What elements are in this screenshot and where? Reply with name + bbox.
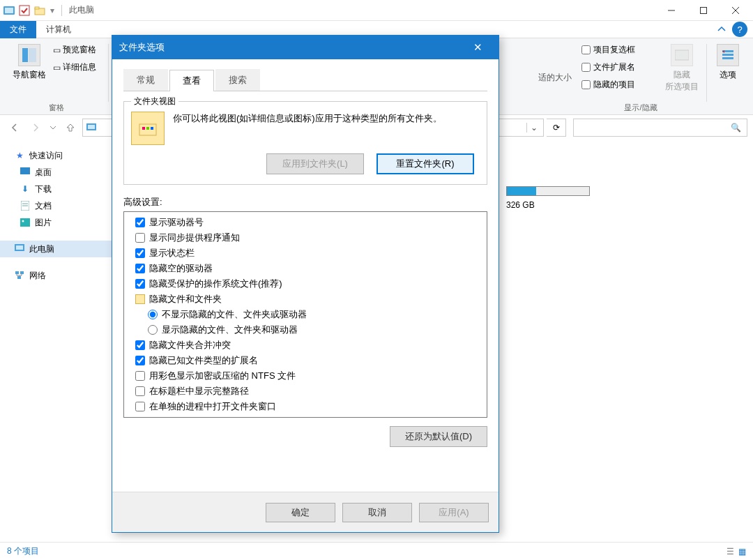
tab-file[interactable]: 文件 — [0, 21, 36, 38]
ok-button[interactable]: 确定 — [266, 503, 335, 522]
options-button[interactable]: 选项 — [713, 41, 743, 84]
pane-icon: ▭ — [53, 63, 61, 73]
advanced-setting-item[interactable]: 在列表视图中键入时 — [128, 414, 482, 418]
checkbox-input[interactable] — [135, 218, 145, 227]
svg-rect-4 — [35, 7, 39, 9]
svg-rect-17 — [20, 167, 30, 174]
documents-label: 文档 — [35, 200, 52, 212]
refresh-icon: ⟳ — [553, 123, 560, 133]
folder-small-icon[interactable] — [34, 5, 45, 16]
collapse-ribbon-button[interactable] — [711, 21, 732, 38]
details-view-icon[interactable]: ☰ — [727, 547, 734, 557]
details-pane-check[interactable]: ▭ 详细信息 — [50, 60, 99, 75]
close-button[interactable] — [720, 0, 752, 21]
tab-view[interactable]: 查看 — [169, 70, 214, 91]
checkbox-input[interactable] — [135, 386, 145, 396]
maximize-button[interactable] — [687, 0, 720, 21]
dialog-title: 文件夹选项 — [119, 41, 165, 54]
advanced-setting-item[interactable]: 显示同步提供程序通知 — [128, 230, 482, 245]
checkbox-input[interactable] — [135, 356, 145, 365]
svg-rect-30 — [146, 127, 149, 130]
status-items-count: 8 个项目 — [7, 545, 39, 557]
desktop-icon — [20, 167, 31, 178]
checkbox-input[interactable] — [135, 340, 145, 350]
advanced-setting-item[interactable]: 显示隐藏的文件、文件夹和驱动器 — [128, 322, 482, 338]
apply-to-folders-button[interactable]: 应用到文件夹(L) — [266, 153, 364, 174]
hide-selected-button[interactable]: 隐藏 所选项目 — [661, 41, 703, 96]
tab-general[interactable]: 常规 — [123, 69, 168, 91]
up-button[interactable] — [61, 119, 79, 137]
reset-folders-button[interactable]: 重置文件夹(R) — [376, 153, 474, 174]
forward-button[interactable] — [26, 119, 45, 137]
empty-group-label — [711, 105, 745, 113]
show-hide-group-label: 显示/隐藏 — [579, 103, 703, 113]
checkbox-input[interactable] — [135, 264, 145, 273]
thumbnails-view-icon[interactable]: ▦ — [738, 547, 746, 557]
minimize-button[interactable] — [655, 0, 687, 21]
folder-icon — [135, 294, 145, 304]
advanced-setting-item[interactable]: 用彩色显示加密或压缩的 NTFS 文件 — [128, 368, 482, 384]
advanced-setting-item[interactable]: 隐藏已知文件类型的扩展名 — [128, 353, 482, 368]
checkbox-input[interactable] — [135, 402, 145, 411]
advanced-setting-label: 显示隐藏的文件、文件夹和驱动器 — [162, 324, 298, 336]
advanced-setting-item[interactable]: 在标题栏中显示完整路径 — [128, 384, 482, 399]
help-button[interactable]: ? — [732, 22, 747, 37]
cancel-button[interactable]: 取消 — [342, 503, 412, 522]
hidden-items-check[interactable]: 隐藏的项目 — [579, 77, 661, 92]
advanced-setting-item[interactable]: 隐藏空的驱动器 — [128, 261, 482, 276]
advanced-settings-list[interactable]: 显示驱动器号显示同步提供程序通知显示状态栏隐藏空的驱动器隐藏受保护的操作系统文件… — [123, 211, 487, 418]
advanced-setting-label: 在单独的进程中打开文件夹窗口 — [149, 400, 276, 413]
item-checkboxes-check[interactable]: 项目复选框 — [579, 43, 661, 57]
advanced-setting-item[interactable]: 显示状态栏 — [128, 245, 482, 261]
advanced-setting-item[interactable]: 隐藏受保护的操作系统文件(推荐) — [128, 276, 482, 292]
separator-icon: ▾ — [50, 6, 54, 15]
advanced-setting-item[interactable]: 隐藏文件和文件夹 — [128, 292, 482, 307]
advanced-setting-item[interactable]: 隐藏文件夹合并冲突 — [128, 338, 482, 353]
tab-computer[interactable]: 计算机 — [36, 21, 81, 38]
drive-item[interactable]: 326 GB — [506, 186, 749, 210]
folder-views-group: 文件夹视图 你可以将此视图(如详细信息或图标)应用于这种类型的所有文件夹。 应用… — [123, 101, 487, 185]
quick-access-icon[interactable] — [19, 5, 30, 16]
advanced-setting-item[interactable]: 显示驱动器号 — [128, 215, 482, 230]
advanced-label: 高级设置: — [123, 196, 487, 209]
checkbox-input[interactable] — [135, 279, 145, 289]
svg-rect-2 — [20, 6, 29, 15]
advanced-setting-label: 显示状态栏 — [149, 247, 195, 259]
item-checkboxes-label: 项目复选框 — [593, 44, 635, 56]
radio-input[interactable] — [148, 310, 158, 319]
svg-rect-11 — [675, 50, 689, 60]
pane-icon: ▭ — [53, 45, 61, 55]
folder-views-legend: 文件夹视图 — [131, 96, 178, 107]
checkbox-input[interactable] — [135, 371, 145, 381]
fit-size-label: 适的大小 — [538, 41, 572, 114]
svg-rect-14 — [722, 57, 733, 59]
svg-rect-31 — [151, 127, 153, 130]
svg-rect-13 — [722, 54, 733, 56]
checkbox-input[interactable] — [135, 248, 145, 258]
back-button[interactable] — [6, 119, 24, 137]
address-dropdown-icon[interactable]: ⌄ — [526, 123, 540, 133]
pc-icon — [86, 122, 97, 133]
dialog-close-button[interactable]: ✕ — [464, 41, 492, 54]
checkbox-input[interactable] — [135, 233, 145, 243]
advanced-setting-item[interactable]: 在单独的进程中打开文件夹窗口 — [128, 399, 482, 414]
search-box[interactable]: 🔍 — [573, 119, 747, 137]
svg-rect-24 — [16, 245, 23, 250]
pictures-label: 图片 — [35, 217, 52, 229]
svg-rect-26 — [20, 271, 24, 274]
drive-free-label: 326 GB — [506, 200, 535, 210]
recent-dropdown[interactable] — [47, 119, 59, 137]
options-label: 选项 — [720, 69, 736, 81]
radio-input[interactable] — [148, 325, 158, 335]
file-ext-check[interactable]: 文件扩展名 — [579, 60, 661, 75]
advanced-setting-label: 用彩色显示加密或压缩的 NTFS 文件 — [149, 370, 296, 382]
tab-search[interactable]: 搜索 — [215, 69, 260, 91]
preview-pane-check[interactable]: ▭ 预览窗格 — [50, 43, 99, 57]
refresh-button[interactable]: ⟳ — [547, 119, 566, 137]
hide-selected-label2: 所选项目 — [665, 81, 699, 93]
restore-defaults-button[interactable]: 还原为默认值(D) — [390, 426, 487, 447]
nav-pane-button[interactable]: 导航窗格 — [8, 41, 50, 84]
advanced-setting-item[interactable]: 不显示隐藏的文件、文件夹或驱动器 — [128, 307, 482, 322]
apply-button[interactable]: 应用(A) — [419, 503, 489, 522]
advanced-setting-label: 隐藏文件夹合并冲突 — [149, 339, 231, 351]
